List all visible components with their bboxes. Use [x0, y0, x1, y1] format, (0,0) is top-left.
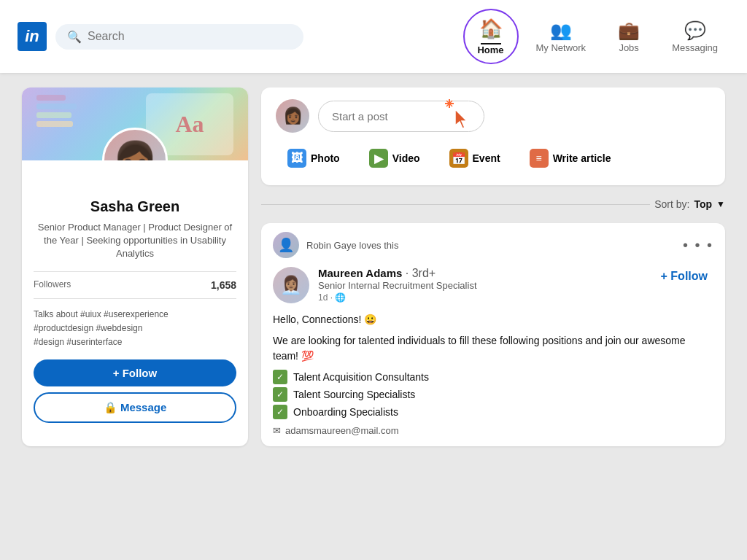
- post-box: 👩🏾: [261, 88, 725, 185]
- sort-bar: Sort by: Top ▼: [261, 195, 725, 213]
- start-post-input[interactable]: [318, 101, 484, 132]
- list-item: ✓ Talent Sourcing Specialists: [273, 387, 713, 402]
- check-icon-1: ✓: [273, 370, 287, 384]
- profile-name: Sasha Green: [34, 198, 236, 215]
- photo-label: Photo: [311, 152, 340, 164]
- search-icon: 🔍: [67, 30, 82, 44]
- loves-text: Robin Gaye loves this: [306, 240, 398, 251]
- list-item-3-text: Onboarding Specialists: [293, 406, 398, 418]
- mynetwork-label: My Network: [536, 42, 587, 53]
- author-title: Senior Internal Recruitment Specialist: [318, 280, 646, 291]
- profile-bio: Senior Product Manager | Product Designe…: [34, 221, 236, 261]
- banner-decorations: [36, 95, 77, 127]
- right-feed: 👩🏾: [261, 88, 725, 446]
- post-box-top: 👩🏾: [276, 99, 711, 133]
- photo-icon: 🖼: [287, 149, 306, 168]
- linkedin-logo[interactable]: in: [18, 22, 47, 51]
- profile-avatar-container: 👩🏾: [102, 128, 168, 160]
- post-actions: 🖼 Photo ▶ Video 📅 Event ≡ Write article: [276, 143, 711, 174]
- feed-email: ✉ adamsmaureen@mail.com: [273, 425, 713, 436]
- search-bar[interactable]: 🔍: [55, 24, 303, 50]
- nav-item-home[interactable]: 🏠 Home: [463, 9, 519, 64]
- mynetwork-icon: 👥: [550, 20, 572, 41]
- article-action-btn[interactable]: ≡ Write article: [518, 143, 623, 174]
- message-button[interactable]: 🔒 Message: [34, 392, 236, 423]
- feed-follow-button[interactable]: + Follow: [655, 267, 713, 286]
- jobs-label: Jobs: [619, 42, 638, 53]
- check-icon-3: ✓: [273, 405, 287, 419]
- followers-label: Followers: [34, 279, 71, 291]
- list-item: ✓ Talent Acquisition Consultants: [273, 370, 713, 384]
- messaging-label: Messaging: [672, 42, 718, 53]
- nav-item-messaging[interactable]: 💬 Messaging: [660, 15, 729, 59]
- email-icon: ✉: [273, 425, 281, 436]
- feed-list: ✓ Talent Acquisition Consultants ✓ Talen…: [273, 370, 713, 419]
- email-text: adamsmaureen@mail.com: [285, 425, 399, 436]
- video-icon: ▶: [369, 149, 388, 168]
- list-item-1-text: Talent Acquisition Consultants: [293, 371, 429, 383]
- three-dots-menu[interactable]: • • •: [683, 237, 713, 254]
- home-label: Home: [477, 44, 503, 55]
- nav-item-jobs[interactable]: 💼 Jobs: [603, 15, 654, 59]
- article-label: Write article: [553, 152, 611, 164]
- feed-content: Hello, Connections! 😀 We are looking for…: [261, 312, 725, 446]
- followers-count: 1,658: [211, 279, 236, 291]
- nav-right: 🏠 Home 👥 My Network 💼 Jobs 💬 Messaging: [463, 9, 730, 64]
- feed-line2: We are looking for talented individuals …: [273, 333, 713, 364]
- profile-card: Aa 👩🏾 Sasha Green Senior Product Manager…: [22, 88, 248, 446]
- messaging-icon: 💬: [684, 20, 706, 41]
- author-name[interactable]: Maureen Adams: [318, 267, 402, 279]
- list-item: ✓ Onboarding Specialists: [273, 405, 713, 419]
- sort-label: Sort by:: [654, 198, 689, 210]
- navbar: in 🔍 🏠 Home 👥 My Network 💼 Jobs 💬 Messag…: [0, 0, 747, 73]
- author-info: Maureen Adams · 3rd+ Senior Internal Rec…: [318, 267, 646, 303]
- follow-button[interactable]: + Follow: [34, 359, 236, 386]
- profile-banner: Aa 👩🏾: [22, 88, 248, 160]
- nav-item-mynetwork[interactable]: 👥 My Network: [525, 15, 598, 59]
- video-action-btn[interactable]: ▶ Video: [357, 143, 432, 174]
- feed-card-header: 👤 Robin Gaye loves this • • •: [261, 223, 725, 264]
- sort-line: [261, 204, 650, 205]
- home-icon: 🏠: [479, 18, 503, 40]
- article-icon: ≡: [530, 149, 549, 168]
- video-label: Video: [392, 152, 420, 164]
- main-content: Aa 👩🏾 Sasha Green Senior Product Manager…: [0, 73, 747, 461]
- post-user-avatar: 👩🏾: [276, 99, 309, 133]
- search-input[interactable]: [88, 30, 292, 43]
- list-item-2-text: Talent Sourcing Specialists: [293, 389, 415, 400]
- event-icon: 📅: [449, 149, 468, 168]
- event-action-btn[interactable]: 📅 Event: [438, 143, 512, 174]
- profile-info: Sasha Green Senior Product Manager | Pro…: [22, 160, 248, 435]
- avatar: 👩🏾: [102, 128, 168, 160]
- jobs-icon: 💼: [618, 20, 640, 41]
- author-avatar: 👩🏽‍💼: [273, 267, 309, 303]
- loves-avatar: 👤: [273, 232, 299, 258]
- event-label: Event: [473, 152, 500, 164]
- check-icon-2: ✓: [273, 387, 287, 402]
- author-name-line: Maureen Adams · 3rd+: [318, 267, 646, 280]
- sort-value: Top: [694, 198, 712, 210]
- profile-hashtags: Talks about #uiux #userexperience#produc…: [34, 308, 236, 350]
- feed-card-author: 👩🏽‍💼 Maureen Adams · 3rd+ Senior Interna…: [261, 264, 725, 312]
- author-meta: 1d · 🌐: [318, 292, 646, 303]
- sort-arrow-icon[interactable]: ▼: [716, 199, 725, 209]
- feed-line1: Hello, Connections! 😀: [273, 312, 713, 327]
- profile-stats: Followers 1,658: [34, 271, 236, 299]
- author-degree: · 3rd+: [406, 267, 436, 279]
- photo-action-btn[interactable]: 🖼 Photo: [276, 143, 352, 174]
- feed-card: 👤 Robin Gaye loves this • • • 👩🏽‍💼 Maure…: [261, 223, 725, 446]
